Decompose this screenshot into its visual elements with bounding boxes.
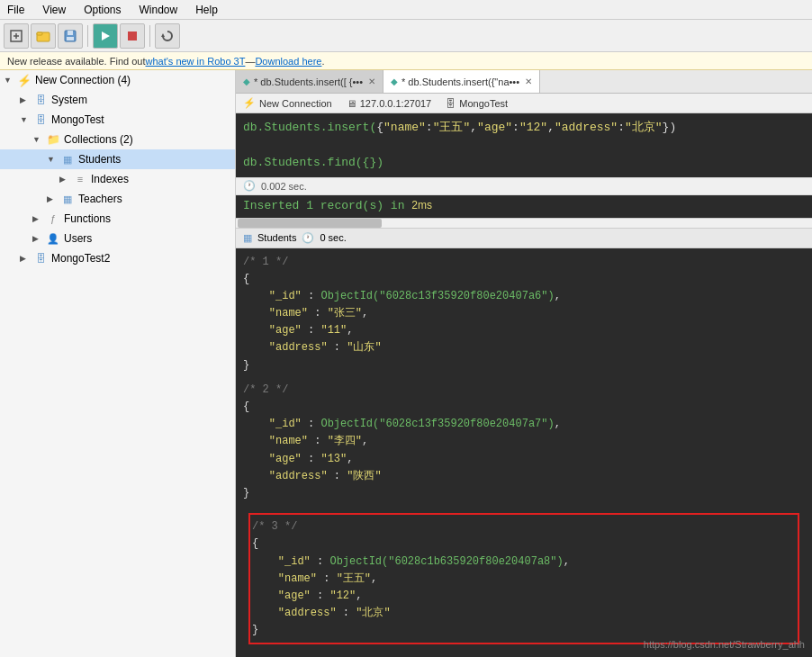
record-2: /* 2 */ { "_id" : ObjectId("6028c13f3592…	[243, 382, 805, 502]
arrow-system: ▶	[20, 95, 32, 104]
record-1-name: "name" : "张三",	[243, 305, 805, 322]
record-2-address: "address" : "陕西"	[243, 468, 805, 485]
result-tab-time: 0 sec.	[320, 232, 346, 243]
arrow-mongotest: ▼	[20, 115, 32, 124]
editor-area[interactable]: db.Students.insert({"name":"王五","age":"1…	[236, 113, 812, 177]
status-bar: 🕐 0.002 sec.	[236, 177, 812, 195]
toolbar-sep-1	[87, 25, 88, 47]
result-tab-label: Students	[257, 232, 296, 243]
sidebar-item-system[interactable]: ▶ 🗄 System	[0, 90, 235, 110]
watermark: https://blog.csdn.net/Strawberry_ahh	[644, 637, 805, 653]
conn-info-connection: ⚡ New Connection	[243, 97, 332, 109]
notification-text: New release available. Find out	[7, 56, 145, 67]
inserted-msg-text: Inserted 1 record(s) in	[243, 199, 411, 212]
sidebar-item-collections[interactable]: ▼ 📁 Collections (2)	[0, 130, 235, 149]
tab-0-label: * db.Students.insert([ {•••	[254, 76, 363, 87]
hscroll-thumb[interactable]	[238, 219, 382, 228]
conn-icon: ⚡	[243, 97, 256, 109]
svg-rect-4	[37, 32, 42, 35]
spacer-1	[243, 374, 805, 382]
svg-rect-6	[68, 31, 73, 35]
arrow-students: ▼	[47, 155, 59, 164]
record-3-age: "age" : "12",	[252, 588, 796, 605]
sidebar-item-mongotest[interactable]: ▼ 🗄 MongoTest	[0, 110, 235, 130]
editor-line-1: db.Students.insert({"name":"王五","age":"1…	[243, 119, 805, 137]
tab-0-icon: ◆	[243, 76, 250, 86]
notification-dot: .	[321, 56, 324, 67]
functions-label: Functions	[64, 212, 111, 225]
tab-1-label: * db.Students.insert({"na•••	[401, 76, 519, 87]
save-button[interactable]	[58, 23, 83, 49]
functions-icon: ƒ	[45, 212, 61, 226]
arrow-users: ▶	[32, 234, 45, 243]
menu-options[interactable]: Options	[80, 2, 124, 18]
record-3-open: {	[252, 536, 796, 553]
record-1-open: {	[243, 271, 805, 288]
record-1: /* 1 */ { "_id" : ObjectId("6028c13f3592…	[243, 254, 805, 374]
svg-rect-9	[128, 32, 137, 40]
sidebar-item-indexes[interactable]: ▶ ≡ Indexes	[0, 169, 235, 189]
menu-view[interactable]: View	[39, 2, 69, 18]
open-button[interactable]	[31, 23, 56, 49]
menu-window[interactable]: Window	[136, 2, 182, 18]
whats-new-link[interactable]: what's new in Robo 3T	[145, 56, 245, 67]
result-tab-bar: ▦ Students 🕐 0 sec.	[236, 229, 812, 248]
arrow-functions: ▶	[32, 214, 45, 223]
collections-icon: 📁	[45, 132, 61, 147]
arrow-connection: ▼	[4, 76, 16, 85]
tab-0[interactable]: ◆ * db.Students.insert([ {••• ✕	[236, 70, 383, 94]
record-3-highlighted: /* 3 */ { "_id" : ObjectId("6028c1b63592…	[248, 513, 799, 644]
sidebar-item-mongotest2[interactable]: ▶ 🗄 MongoTest2	[0, 248, 235, 268]
record-3-comment: /* 3 */	[252, 518, 796, 536]
stop-button[interactable]	[120, 23, 145, 49]
teachers-icon: ▦	[59, 192, 76, 206]
sidebar-item-teachers[interactable]: ▶ ▦ Teachers	[0, 189, 235, 209]
arrow-collections: ▼	[32, 135, 45, 144]
mongotest2-label: MongoTest2	[51, 252, 110, 265]
result-tab-clock: 🕐	[302, 232, 314, 244]
arrow-teachers: ▶	[47, 194, 59, 203]
svg-rect-7	[67, 37, 74, 40]
record-3-id: "_id" : ObjectId("6028c1b635920f80e20407…	[252, 554, 796, 571]
tab-1[interactable]: ◆ * db.Students.insert({"na••• ✕	[383, 70, 540, 94]
refresh-button[interactable]	[155, 23, 180, 49]
status-time: 0.002 sec.	[261, 181, 307, 192]
right-panel: ◆ * db.Students.insert([ {••• ✕ ◆ * db.S…	[236, 70, 812, 657]
conn-host-label: 127.0.0.1:27017	[360, 98, 432, 109]
connection-icon: ⚡	[16, 73, 32, 87]
record-1-address: "address" : "山东"	[243, 339, 805, 356]
tab-1-close[interactable]: ✕	[525, 76, 532, 86]
menu-file[interactable]: File	[4, 2, 28, 18]
sidebar: ▼ ⚡ New Connection (4) ▶ 🗄 System ▼ 🗄 Mo…	[0, 70, 236, 657]
teachers-label: Teachers	[78, 193, 122, 205]
arrow-indexes: ▶	[59, 175, 72, 184]
conn-db-label: MongoTest	[459, 98, 508, 109]
run-button[interactable]	[93, 23, 118, 49]
record-1-age: "age" : "11",	[243, 322, 805, 339]
tab-bar: ◆ * db.Students.insert([ {••• ✕ ◆ * db.S…	[236, 70, 812, 94]
toolbar-sep-2	[149, 25, 150, 47]
sidebar-item-students[interactable]: ▼ ▦ Students	[0, 149, 235, 169]
menu-help[interactable]: Help	[192, 2, 221, 18]
json-result-area[interactable]: /* 1 */ { "_id" : ObjectId("6028c13f3592…	[236, 248, 812, 658]
mongotest2-icon: 🗄	[32, 251, 49, 266]
inserted-ms: 2ms	[411, 199, 432, 212]
tab-0-close[interactable]: ✕	[368, 76, 375, 86]
hscroll-bar[interactable]	[236, 218, 812, 229]
sidebar-item-connection[interactable]: ▼ ⚡ New Connection (4)	[0, 70, 235, 90]
download-link[interactable]: Download here	[255, 56, 321, 67]
conn-info-bar: ⚡ New Connection 🖥 127.0.0.1:27017 🗄 Mon…	[236, 94, 812, 113]
result-tab-icon: ▦	[243, 232, 252, 244]
system-label: System	[51, 94, 87, 106]
svg-marker-10	[161, 33, 165, 37]
editor-line-2	[243, 137, 805, 155]
record-2-comment: /* 2 */	[243, 382, 805, 399]
users-icon: 👤	[45, 231, 61, 246]
sidebar-item-functions[interactable]: ▶ ƒ Functions	[0, 209, 235, 229]
record-2-close: }	[243, 485, 805, 502]
new-button[interactable]	[4, 23, 29, 49]
notification-dash: —	[245, 56, 255, 67]
sidebar-item-users[interactable]: ▶ 👤 Users	[0, 229, 235, 248]
conn-info-db: 🗄 MongoTest	[446, 98, 508, 109]
users-label: Users	[64, 232, 92, 245]
